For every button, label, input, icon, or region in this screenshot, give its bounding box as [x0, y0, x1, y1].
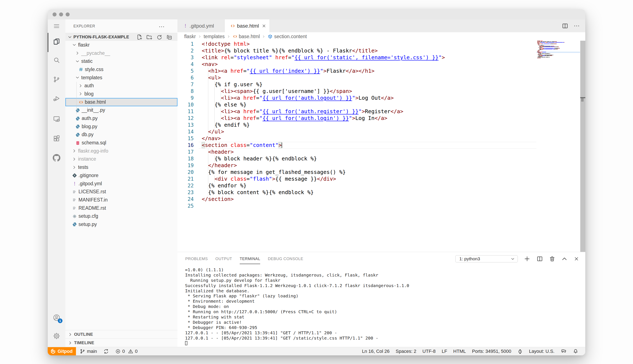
tree-folder-blog[interactable]: blog [65, 90, 177, 98]
panel-tab-output[interactable]: OUTPUT [215, 252, 232, 266]
tab-.gitpod.yml[interactable]: .gitpod.yml [177, 20, 225, 32]
vscode-window: 1 EXPLORER PYTHON-FLASK-EXAMPLE flaskr__… [48, 9, 585, 355]
activity-account-icon[interactable]: 1 [48, 311, 65, 324]
minimap-line [537, 46, 554, 46]
tree-folder-auth[interactable]: auth [65, 82, 177, 90]
code-editor[interactable]: 1<!doctype html>2<title>{% block title %… [177, 41, 585, 252]
tree-file-db.py[interactable]: db.py [65, 131, 177, 139]
statusbar-language[interactable]: HTML [453, 348, 466, 354]
tree-file-readme.rst[interactable]: README.rst [65, 204, 177, 212]
statusbar-eol[interactable]: LF [442, 348, 447, 354]
new-folder-icon[interactable] [146, 34, 153, 40]
breadcrumb-flaskr[interactable]: flaskr [184, 34, 196, 40]
split-editor-icon[interactable] [562, 22, 568, 29]
activity-run-debug-view-icon[interactable] [48, 92, 65, 105]
statusbar-keyboard-layout[interactable]: Layout: U.S. [529, 348, 554, 354]
collapse-all-icon[interactable] [166, 34, 172, 40]
close-tab-icon[interactable] [261, 24, 266, 28]
file-label: __pycache__ [81, 50, 110, 56]
tree-file-manifest.in[interactable]: MANIFEST.in [65, 196, 177, 204]
activity-source-control-view-icon[interactable] [48, 73, 65, 86]
file-label: instance [78, 156, 96, 162]
statusbar-indentation[interactable]: Spaces: 2 [396, 348, 416, 354]
tree-folder-tests[interactable]: tests [65, 163, 177, 171]
panel-tab-debug-console[interactable]: DEBUG CONSOLE [268, 252, 303, 266]
file-label: setup.cfg [79, 213, 98, 219]
activity-settings-icon[interactable] [48, 329, 65, 343]
tree-folder-flaskr.egg-info[interactable]: flaskr.egg-info [65, 147, 177, 155]
breadcrumb-section.content[interactable]: section.content [267, 34, 307, 40]
tree-folder-instance[interactable]: instance [65, 155, 177, 163]
statusbar-gitpod[interactable]: Gitpod [48, 347, 76, 355]
panel-tab-terminal[interactable]: TERMINAL [240, 252, 260, 266]
tree-folder--pycache-[interactable]: __pycache__ [65, 49, 177, 57]
activity-extensions-view-icon[interactable] [48, 132, 65, 145]
text-file-icon [72, 206, 77, 210]
tree-file-.gitignore[interactable]: .gitignore [65, 171, 177, 180]
file-label: .gitpod.yml [79, 181, 102, 186]
tree-folder-templates[interactable]: templates [65, 74, 177, 82]
tree-folder-flaskr[interactable]: flaskr [65, 41, 177, 49]
symbol-icon [267, 34, 273, 39]
tab-base.html[interactable]: base.html [225, 20, 270, 32]
statusbar-feedback-icon[interactable] [561, 348, 566, 354]
code-text: <li><span>{{ g.user['username'] }}</span… [202, 88, 352, 95]
sidebar-section-outline[interactable]: OUTLINE [65, 330, 177, 338]
close-panel-icon[interactable] [573, 256, 579, 262]
tree-file-setup.py[interactable]: setup.py [65, 220, 177, 228]
kill-terminal-icon[interactable] [549, 256, 555, 262]
traffic-light-icon[interactable] [53, 12, 57, 16]
tree-folder-static[interactable]: static [65, 57, 177, 65]
explorer-more-actions-icon[interactable] [158, 24, 165, 30]
new-file-icon[interactable] [136, 34, 143, 40]
editor-more-actions-icon[interactable] [573, 23, 580, 29]
breadcrumb-label: section.content [274, 34, 307, 40]
statusbar-cursor-position[interactable]: Ln 16, Col 26 [362, 348, 390, 354]
minimap[interactable] [536, 41, 580, 252]
terminal-select[interactable]: 1: python3 [455, 255, 518, 262]
panel-tab-problems[interactable]: PROBLEMS [185, 252, 208, 266]
activity-github-view-icon[interactable] [48, 151, 65, 164]
statusbar-notifications-icon[interactable] [573, 348, 578, 354]
tree-file-.gitpod.yml[interactable]: .gitpod.yml [65, 180, 177, 188]
new-terminal-icon[interactable] [524, 256, 530, 262]
status-bar: Gitpodmain00Ln 16, Col 26Spaces: 2UTF-8L… [48, 347, 585, 355]
terminal-output[interactable]: =1.0.0) (1.1.1)Installing collected pack… [185, 267, 579, 346]
refresh-icon[interactable] [156, 34, 162, 40]
statusbar-ports[interactable]: Ports: 34951, 5000 [472, 348, 511, 354]
code-line: 10 {% else %} [177, 102, 585, 108]
tree-file--init-.py[interactable]: __init__.py [65, 106, 177, 114]
maximize-panel-icon[interactable] [561, 256, 568, 262]
tree-file-style.css[interactable]: style.css [65, 65, 177, 74]
tree-file-setup.cfg[interactable]: setup.cfg [65, 212, 177, 220]
traffic-light-icon[interactable] [59, 12, 63, 16]
activity-remote-explorer-view-icon[interactable] [48, 112, 65, 126]
line-number: 16 [177, 142, 194, 148]
split-terminal-icon[interactable] [536, 256, 543, 262]
breadcrumb-templates[interactable]: templates [204, 34, 225, 40]
tree-file-license.rst[interactable]: LICENSE.rst [65, 188, 177, 196]
sidebar-section-timeline[interactable]: TIMELINE [65, 338, 177, 347]
tree-file-base.html[interactable]: base.html [65, 98, 177, 106]
statusbar-sync-icon[interactable] [103, 348, 109, 354]
editor-overview-ruler[interactable] [580, 41, 585, 252]
statusbar-problems[interactable]: 00 [115, 348, 138, 354]
activity-search-view-icon[interactable] [48, 53, 65, 67]
statusbar-watch-icon[interactable] [517, 348, 523, 354]
activity-menu-icon[interactable] [48, 20, 65, 33]
line-number: 3 [177, 54, 194, 61]
window-titlebar[interactable] [48, 9, 585, 20]
tree-file-blog.py[interactable]: blog.py [65, 122, 177, 131]
breadcrumb-base.html[interactable]: base.html [232, 34, 260, 40]
statusbar-branch[interactable]: main [80, 348, 97, 354]
minimap-line [537, 48, 542, 48]
line-number: 25 [177, 202, 194, 209]
code-text: <title>{% block title %}{% endblock %} -… [202, 48, 378, 54]
statusbar-encoding[interactable]: UTF-8 [422, 348, 436, 354]
html-file-icon [230, 24, 235, 28]
explorer-section-header[interactable]: PYTHON-FLASK-EXAMPLE [65, 33, 177, 41]
tree-file-schema.sql[interactable]: schema.sql [65, 139, 177, 147]
traffic-light-icon[interactable] [66, 12, 70, 16]
tree-file-auth.py[interactable]: auth.py [65, 114, 177, 122]
activity-explorer-view-icon[interactable] [48, 35, 65, 48]
